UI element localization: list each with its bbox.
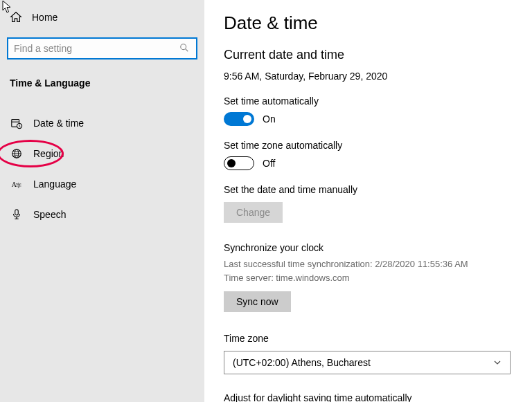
sidebar: Home Time & Language Date & time bbox=[0, 0, 204, 402]
search-input-wrap[interactable] bbox=[7, 37, 197, 60]
svg-point-0 bbox=[181, 44, 186, 50]
nav-item-region[interactable]: Region bbox=[0, 138, 204, 169]
home-icon bbox=[10, 11, 22, 24]
svg-rect-12 bbox=[15, 210, 19, 215]
sync-now-button[interactable]: Sync now bbox=[224, 291, 291, 312]
category-title: Time & Language bbox=[0, 60, 204, 95]
sync-last-text: Last successful time synchronization: 2/… bbox=[224, 257, 513, 271]
set-tz-auto-toggle[interactable] bbox=[224, 156, 254, 170]
svg-line-1 bbox=[186, 49, 188, 52]
current-datetime-heading: Current date and time bbox=[224, 48, 513, 62]
nav-item-label: Speech bbox=[33, 209, 66, 220]
nav-item-language[interactable]: A字 Language bbox=[0, 169, 204, 199]
timezone-select[interactable]: (UTC+02:00) Athens, Bucharest bbox=[224, 351, 511, 374]
dst-label: Adjust for daylight saving time automati… bbox=[224, 392, 513, 402]
svg-text:字: 字 bbox=[16, 183, 21, 189]
clock-calendar-icon bbox=[10, 116, 24, 130]
nav-item-label: Date & time bbox=[33, 118, 84, 129]
nav-item-label: Region bbox=[33, 148, 64, 159]
sync-clock-heading: Synchronize your clock bbox=[224, 242, 513, 253]
globe-icon bbox=[10, 147, 24, 161]
timezone-value: (UTC+02:00) Athens, Bucharest bbox=[233, 357, 371, 368]
current-datetime-value: 9:56 AM, Saturday, February 29, 2020 bbox=[224, 71, 513, 82]
nav-item-date-time[interactable]: Date & time bbox=[0, 108, 204, 138]
main-content: Date & time Current date and time 9:56 A… bbox=[204, 0, 532, 402]
home-nav[interactable]: Home bbox=[0, 7, 204, 28]
home-label: Home bbox=[32, 12, 57, 23]
microphone-icon bbox=[10, 208, 24, 221]
set-tz-auto-state: Off bbox=[263, 158, 275, 169]
set-time-auto-toggle[interactable] bbox=[224, 112, 254, 126]
timezone-label: Time zone bbox=[224, 333, 513, 344]
set-tz-auto-label: Set time zone automatically bbox=[224, 140, 513, 151]
chevron-down-icon bbox=[493, 358, 502, 367]
sync-server-text: Time server: time.windows.com bbox=[224, 271, 513, 285]
search-icon bbox=[179, 43, 190, 54]
nav-list: Date & time Region A字 Language Speec bbox=[0, 108, 204, 230]
page-title: Date & time bbox=[224, 12, 513, 34]
language-icon: A字 bbox=[10, 177, 24, 191]
nav-item-speech[interactable]: Speech bbox=[0, 199, 204, 230]
set-time-auto-state: On bbox=[263, 113, 276, 125]
set-time-auto-label: Set time automatically bbox=[224, 95, 513, 107]
nav-item-label: Language bbox=[33, 179, 76, 190]
search-input[interactable] bbox=[14, 43, 179, 54]
change-button: Change bbox=[224, 202, 283, 223]
manual-set-label: Set the date and time manually bbox=[224, 184, 513, 195]
